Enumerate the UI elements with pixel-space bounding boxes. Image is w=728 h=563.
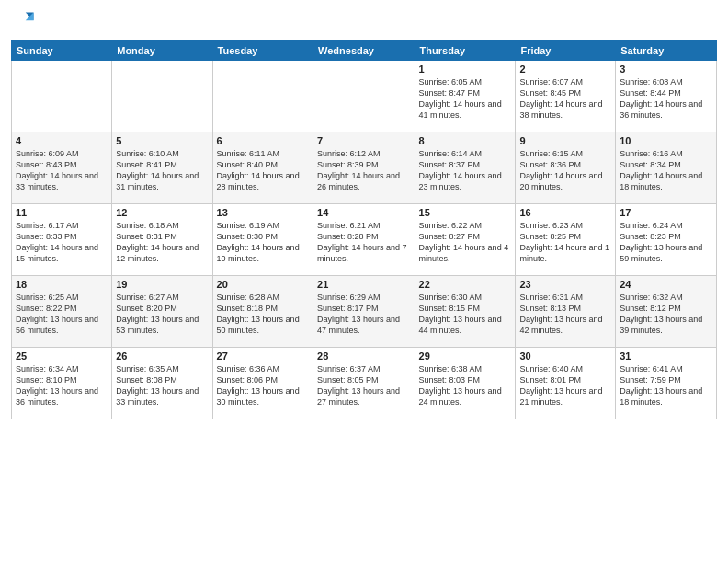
calendar-cell: 12Sunrise: 6:18 AM Sunset: 8:31 PM Dayli… (112, 204, 212, 276)
day-number: 5 (116, 135, 208, 146)
logo (11, 9, 40, 35)
calendar-cell: 8Sunrise: 6:14 AM Sunset: 8:37 PM Daylig… (415, 132, 516, 204)
calendar-cell: 23Sunrise: 6:31 AM Sunset: 8:13 PM Dayli… (516, 276, 616, 348)
calendar-cell: 3Sunrise: 6:08 AM Sunset: 8:44 PM Daylig… (616, 61, 717, 132)
day-number: 2 (519, 63, 611, 75)
calendar-cell: 16Sunrise: 6:23 AM Sunset: 8:25 PM Dayli… (516, 204, 616, 276)
calendar-header-tuesday: Tuesday (212, 41, 313, 61)
day-number: 16 (519, 207, 611, 218)
day-number: 22 (419, 279, 512, 290)
calendar-cell (212, 61, 313, 132)
day-info: Sunrise: 6:05 AM Sunset: 8:47 PM Dayligh… (419, 76, 512, 121)
day-info: Sunrise: 6:12 AM Sunset: 8:39 PM Dayligh… (317, 148, 411, 193)
day-number: 4 (16, 135, 108, 146)
day-number: 31 (620, 350, 712, 362)
day-info: Sunrise: 6:16 AM Sunset: 8:34 PM Dayligh… (620, 148, 712, 193)
calendar-cell: 10Sunrise: 6:16 AM Sunset: 8:34 PM Dayli… (616, 132, 717, 204)
calendar-cell: 22Sunrise: 6:30 AM Sunset: 8:15 PM Dayli… (415, 276, 516, 348)
day-info: Sunrise: 6:18 AM Sunset: 8:31 PM Dayligh… (116, 220, 208, 265)
day-number: 20 (217, 279, 309, 290)
day-info: Sunrise: 6:09 AM Sunset: 8:43 PM Dayligh… (16, 148, 108, 193)
calendar-cell: 17Sunrise: 6:24 AM Sunset: 8:23 PM Dayli… (616, 204, 717, 276)
day-info: Sunrise: 6:11 AM Sunset: 8:40 PM Dayligh… (217, 148, 309, 193)
day-info: Sunrise: 6:15 AM Sunset: 8:36 PM Dayligh… (519, 148, 611, 193)
calendar-week-5: 25Sunrise: 6:34 AM Sunset: 8:10 PM Dayli… (12, 348, 717, 419)
day-number: 9 (519, 135, 611, 146)
calendar-header-friday: Friday (516, 41, 616, 61)
calendar-week-2: 4Sunrise: 6:09 AM Sunset: 8:43 PM Daylig… (12, 132, 717, 204)
day-number: 30 (519, 350, 611, 362)
calendar-cell: 29Sunrise: 6:38 AM Sunset: 8:03 PM Dayli… (415, 348, 516, 419)
day-number: 14 (317, 207, 411, 218)
day-info: Sunrise: 6:29 AM Sunset: 8:17 PM Dayligh… (317, 292, 411, 337)
calendar-cell: 14Sunrise: 6:21 AM Sunset: 8:28 PM Dayli… (313, 204, 415, 276)
calendar-header-wednesday: Wednesday (313, 41, 415, 61)
calendar-cell: 25Sunrise: 6:34 AM Sunset: 8:10 PM Dayli… (12, 348, 112, 419)
day-number: 23 (519, 279, 611, 290)
calendar-cell (112, 61, 212, 132)
calendar-cell: 30Sunrise: 6:40 AM Sunset: 8:01 PM Dayli… (516, 348, 616, 419)
calendar-cell: 11Sunrise: 6:17 AM Sunset: 8:33 PM Dayli… (12, 204, 112, 276)
day-info: Sunrise: 6:41 AM Sunset: 7:59 PM Dayligh… (620, 363, 712, 408)
calendar-cell: 18Sunrise: 6:25 AM Sunset: 8:22 PM Dayli… (12, 276, 112, 348)
day-number: 11 (16, 207, 108, 218)
day-number: 1 (419, 63, 512, 75)
calendar-cell: 26Sunrise: 6:35 AM Sunset: 8:08 PM Dayli… (112, 348, 212, 419)
day-number: 19 (116, 279, 208, 290)
day-number: 24 (620, 279, 712, 290)
calendar-cell: 20Sunrise: 6:28 AM Sunset: 8:18 PM Dayli… (212, 276, 313, 348)
page: SundayMondayTuesdayWednesdayThursdayFrid… (0, 0, 728, 563)
calendar-week-3: 11Sunrise: 6:17 AM Sunset: 8:33 PM Dayli… (12, 204, 717, 276)
day-info: Sunrise: 6:32 AM Sunset: 8:12 PM Dayligh… (620, 292, 712, 337)
day-number: 6 (217, 135, 309, 146)
logo-icon (11, 9, 37, 35)
day-number: 18 (16, 279, 108, 290)
day-info: Sunrise: 6:40 AM Sunset: 8:01 PM Dayligh… (519, 363, 611, 408)
day-number: 21 (317, 279, 411, 290)
day-info: Sunrise: 6:34 AM Sunset: 8:10 PM Dayligh… (16, 363, 108, 408)
header (11, 9, 717, 35)
calendar-cell: 6Sunrise: 6:11 AM Sunset: 8:40 PM Daylig… (212, 132, 313, 204)
day-number: 13 (217, 207, 309, 218)
calendar-cell (313, 61, 415, 132)
calendar-week-4: 18Sunrise: 6:25 AM Sunset: 8:22 PM Dayli… (12, 276, 717, 348)
day-info: Sunrise: 6:07 AM Sunset: 8:45 PM Dayligh… (519, 76, 611, 121)
day-info: Sunrise: 6:38 AM Sunset: 8:03 PM Dayligh… (419, 363, 512, 408)
day-info: Sunrise: 6:25 AM Sunset: 8:22 PM Dayligh… (16, 292, 108, 337)
day-info: Sunrise: 6:08 AM Sunset: 8:44 PM Dayligh… (620, 76, 712, 121)
day-number: 12 (116, 207, 208, 218)
calendar-cell: 27Sunrise: 6:36 AM Sunset: 8:06 PM Dayli… (212, 348, 313, 419)
calendar-cell: 28Sunrise: 6:37 AM Sunset: 8:05 PM Dayli… (313, 348, 415, 419)
day-info: Sunrise: 6:31 AM Sunset: 8:13 PM Dayligh… (519, 292, 611, 337)
calendar-cell: 31Sunrise: 6:41 AM Sunset: 7:59 PM Dayli… (616, 348, 717, 419)
calendar-cell: 15Sunrise: 6:22 AM Sunset: 8:27 PM Dayli… (415, 204, 516, 276)
day-info: Sunrise: 6:28 AM Sunset: 8:18 PM Dayligh… (217, 292, 309, 337)
calendar-cell: 5Sunrise: 6:10 AM Sunset: 8:41 PM Daylig… (112, 132, 212, 204)
calendar-header-thursday: Thursday (415, 41, 516, 61)
day-info: Sunrise: 6:22 AM Sunset: 8:27 PM Dayligh… (419, 220, 512, 265)
calendar-header-saturday: Saturday (616, 41, 717, 61)
day-number: 28 (317, 350, 411, 362)
day-number: 17 (620, 207, 712, 218)
calendar-cell (12, 61, 112, 132)
day-info: Sunrise: 6:24 AM Sunset: 8:23 PM Dayligh… (620, 220, 712, 265)
calendar-cell: 2Sunrise: 6:07 AM Sunset: 8:45 PM Daylig… (516, 61, 616, 132)
day-number: 7 (317, 135, 411, 146)
day-number: 10 (620, 135, 712, 146)
day-info: Sunrise: 6:23 AM Sunset: 8:25 PM Dayligh… (519, 220, 611, 265)
calendar-cell: 1Sunrise: 6:05 AM Sunset: 8:47 PM Daylig… (415, 61, 516, 132)
day-number: 15 (419, 207, 512, 218)
day-info: Sunrise: 6:14 AM Sunset: 8:37 PM Dayligh… (419, 148, 512, 193)
calendar-cell: 13Sunrise: 6:19 AM Sunset: 8:30 PM Dayli… (212, 204, 313, 276)
calendar-cell: 21Sunrise: 6:29 AM Sunset: 8:17 PM Dayli… (313, 276, 415, 348)
day-info: Sunrise: 6:19 AM Sunset: 8:30 PM Dayligh… (217, 220, 309, 265)
day-info: Sunrise: 6:37 AM Sunset: 8:05 PM Dayligh… (317, 363, 411, 408)
calendar-cell: 9Sunrise: 6:15 AM Sunset: 8:36 PM Daylig… (516, 132, 616, 204)
calendar-cell: 7Sunrise: 6:12 AM Sunset: 8:39 PM Daylig… (313, 132, 415, 204)
day-info: Sunrise: 6:35 AM Sunset: 8:08 PM Dayligh… (116, 363, 208, 408)
day-info: Sunrise: 6:27 AM Sunset: 8:20 PM Dayligh… (116, 292, 208, 337)
calendar-cell: 19Sunrise: 6:27 AM Sunset: 8:20 PM Dayli… (112, 276, 212, 348)
day-info: Sunrise: 6:21 AM Sunset: 8:28 PM Dayligh… (317, 220, 411, 265)
calendar-week-1: 1Sunrise: 6:05 AM Sunset: 8:47 PM Daylig… (12, 61, 717, 132)
day-number: 8 (419, 135, 512, 146)
